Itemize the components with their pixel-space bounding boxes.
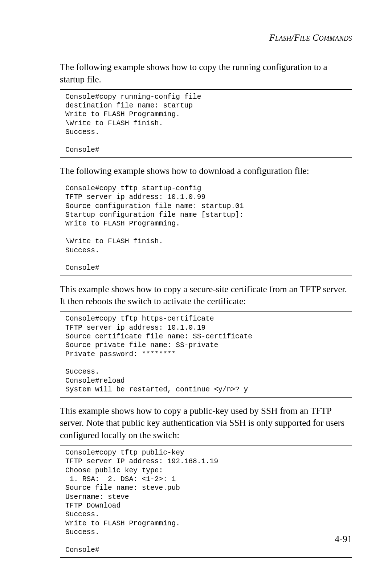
paragraph-1: The following example shows how to copy … (60, 61, 352, 86)
paragraph-3: This example shows how to copy a secure-… (60, 283, 352, 308)
code-block-2: Console#copy tftp startup-config TFTP se… (60, 181, 352, 276)
section-header: Flash/File Commands (60, 33, 352, 43)
page: Flash/File Commands The following exampl… (0, 0, 392, 570)
page-number: 4-91 (335, 534, 352, 545)
paragraph-4: This example shows how to copy a public-… (60, 405, 352, 441)
code-block-4: Console#copy tftp public-key TFTP server… (60, 445, 352, 558)
code-block-1: Console#copy running-config file destina… (60, 89, 352, 158)
paragraph-2: The following example shows how to downl… (60, 165, 352, 177)
code-block-3: Console#copy tftp https-certificate TFTP… (60, 311, 352, 397)
